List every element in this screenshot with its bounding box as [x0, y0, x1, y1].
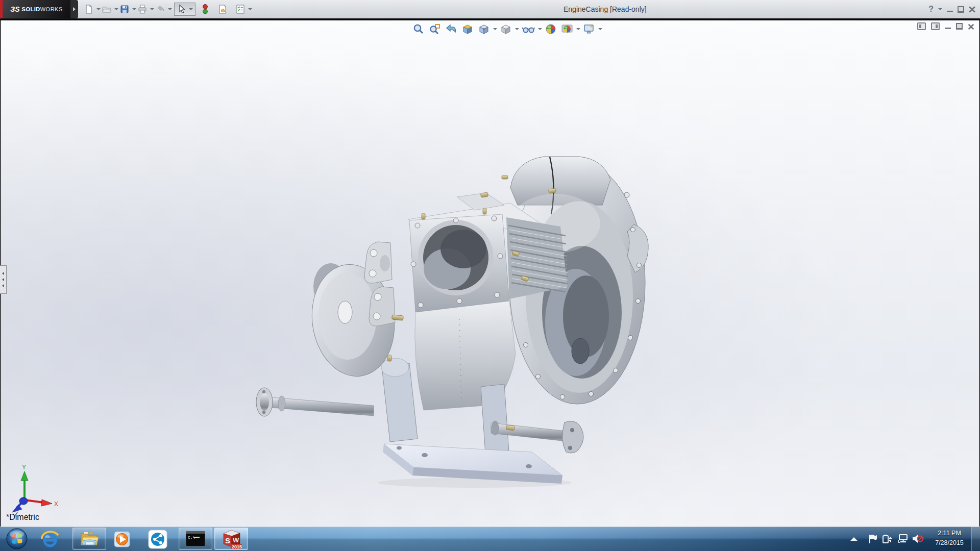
volume-tray-button[interactable]: [912, 527, 924, 551]
power-plug-icon: [882, 534, 893, 544]
close-button[interactable]: [969, 6, 975, 12]
menu-expand-arrow[interactable]: [70, 0, 78, 18]
share-app-icon: [148, 530, 167, 549]
restore-button[interactable]: [958, 7, 964, 12]
up-arrow-icon: [850, 537, 857, 541]
pane-toggle-left-icon[interactable]: [917, 22, 926, 30]
expand-left-arrow-icon: [2, 284, 4, 287]
file-properties-icon: [217, 4, 228, 14]
display-style-button[interactable]: [499, 22, 513, 36]
orientation-triad: Y X Z: [8, 463, 61, 516]
section-view-icon: [461, 23, 474, 35]
start-button[interactable]: [6, 528, 28, 551]
folder-icon: [80, 531, 99, 547]
select-cursor-icon: [177, 4, 186, 14]
new-dropdown[interactable]: [96, 8, 101, 10]
print-dropdown[interactable]: [150, 8, 154, 10]
select-tool-button[interactable]: [174, 3, 195, 16]
sw-letter-s: S: [225, 536, 230, 545]
zoom-to-fit-button[interactable]: [411, 22, 426, 36]
file-properties-button[interactable]: [216, 3, 229, 15]
tray-clock[interactable]: 2:11 PM 7/28/2015: [929, 529, 970, 548]
appearance-ball-icon: [545, 23, 557, 35]
previous-view-icon: [445, 23, 457, 35]
apply-scene-button[interactable]: [560, 22, 574, 36]
eyeglasses-icon: [522, 23, 535, 35]
previous-view-button[interactable]: [444, 22, 458, 36]
volume-muted-icon: [912, 534, 924, 544]
open-dropdown[interactable]: [114, 8, 118, 10]
display-style-icon: [500, 23, 512, 35]
taskbar-solidworks[interactable]: S W 2015: [214, 528, 248, 550]
hide-show-items-button[interactable]: [521, 22, 536, 36]
save-dropdown[interactable]: [132, 8, 136, 10]
undo-icon: [155, 4, 165, 14]
help-dropdown[interactable]: [938, 8, 942, 10]
view-settings-icon: [583, 23, 595, 35]
doc-restore-button[interactable]: [956, 23, 963, 29]
taskbar: [0, 527, 980, 551]
arrow-right-icon: [73, 7, 76, 11]
undo-dropdown[interactable]: [168, 8, 172, 10]
show-hidden-icons-button[interactable]: [850, 527, 857, 551]
internet-explorer-icon: [41, 531, 59, 549]
doc-minimize-button[interactable]: [945, 28, 951, 29]
triad-y-label: Y: [22, 464, 26, 471]
engine-casing-model[interactable]: [245, 148, 653, 490]
pane-toggle-right-icon[interactable]: [931, 22, 940, 30]
apply-scene-dropdown[interactable]: [576, 28, 580, 30]
taskbar-share-app[interactable]: [148, 530, 167, 551]
action-center-button[interactable]: [868, 527, 878, 551]
options-dropdown[interactable]: [248, 8, 252, 10]
apply-scene-icon: [561, 23, 573, 35]
view-orientation-button[interactable]: [477, 22, 491, 36]
command-prompt-icon: C:\: [186, 531, 205, 546]
doc-close-button[interactable]: [968, 23, 974, 29]
sw-letter-w: W: [233, 536, 239, 544]
network-icon: [897, 534, 909, 544]
new-document-icon: [84, 4, 94, 14]
window-title: EngineCasing [Read-only]: [564, 0, 647, 18]
view-settings-button[interactable]: [582, 22, 596, 36]
options-list-icon: [235, 4, 246, 14]
options-button[interactable]: [234, 3, 247, 15]
document-window-controls: [917, 22, 974, 30]
hide-show-dropdown[interactable]: [538, 28, 542, 30]
rebuild-button[interactable]: [201, 3, 210, 16]
open-folder-icon: [102, 4, 112, 14]
windows-start-orb-icon: [6, 528, 28, 549]
taskbar-media-player[interactable]: [113, 531, 131, 550]
undo-button[interactable]: [154, 3, 166, 15]
help-button[interactable]: ?: [928, 5, 934, 14]
section-view-button[interactable]: [460, 22, 475, 36]
open-button[interactable]: [101, 3, 113, 15]
view-orientation-dropdown[interactable]: [493, 28, 497, 30]
save-floppy-icon: [119, 4, 130, 14]
taskbar-command-prompt[interactable]: C:\: [179, 528, 212, 550]
edit-appearance-button[interactable]: [544, 22, 558, 36]
media-player-icon: [113, 531, 131, 548]
select-dropdown[interactable]: [189, 8, 193, 10]
zoom-to-fit-icon: [412, 23, 425, 35]
minimize-button[interactable]: [947, 11, 953, 12]
stoplight-icon: [202, 4, 209, 15]
show-desktop-button[interactable]: [971, 527, 980, 551]
flag-icon: [868, 534, 878, 544]
save-button[interactable]: [118, 3, 131, 15]
triad-x-label: X: [54, 500, 58, 508]
power-tray-button[interactable]: [882, 527, 893, 551]
display-style-dropdown[interactable]: [515, 28, 519, 30]
expand-left-arrow-icon: [2, 278, 4, 281]
logo-text-solid: SOLID: [22, 6, 40, 12]
taskbar-windows-explorer[interactable]: [72, 528, 106, 550]
taskbar-internet-explorer[interactable]: [41, 531, 59, 551]
new-document-button[interactable]: [83, 3, 95, 15]
network-tray-button[interactable]: [897, 527, 909, 551]
view-settings-dropdown[interactable]: [598, 28, 602, 30]
solidworks-cube-icon: S W 2015: [220, 529, 242, 549]
feature-tree-collapsed-tab[interactable]: [0, 265, 7, 294]
zoom-to-area-button[interactable]: [428, 22, 442, 36]
solidworks-screen: ЗS SOLIDWORKS: [0, 0, 980, 551]
print-button[interactable]: [136, 3, 149, 15]
sw-year-badge: 2015: [232, 544, 242, 549]
